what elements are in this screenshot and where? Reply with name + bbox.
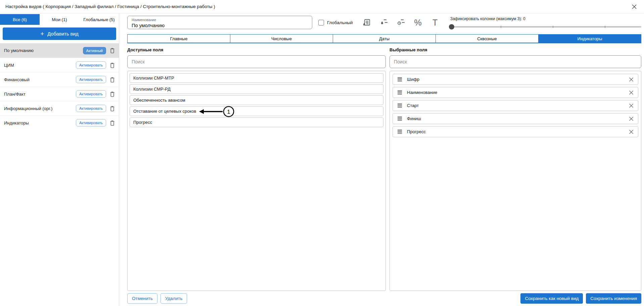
available-field-item[interactable]: Коллизии СМР-МТР: [130, 73, 383, 83]
format-iconbar: %T: [362, 18, 440, 27]
save-as-new-view-button[interactable]: Сохранить как новый вид: [520, 293, 583, 304]
trash-icon[interactable]: [109, 76, 115, 83]
selected-field-item[interactable]: Шифр: [393, 74, 638, 85]
view-name: По умолчанию: [4, 48, 83, 53]
selected-field-label: Прогресс: [407, 129, 629, 134]
cancel-button[interactable]: Отменить: [127, 293, 157, 304]
add-view-button[interactable]: + Добавить вид: [3, 28, 116, 40]
title-bar: Настройка видов ( Корпорация / Западный …: [0, 0, 644, 13]
slider-track[interactable]: [449, 26, 641, 28]
selected-search-input[interactable]: [389, 55, 641, 68]
freeze-columns-block: Зафиксировать колонки (максимум 3): 0: [449, 16, 641, 30]
activate-button[interactable]: Активировать: [76, 105, 106, 112]
percent-icon: %: [414, 18, 422, 27]
view-editor: Наименование Глобальный %T Зафиксировать…: [119, 13, 644, 306]
remove-field-icon[interactable]: [629, 90, 634, 95]
editor-toolbar: Наименование Глобальный %T Зафиксировать…: [127, 15, 641, 30]
tab-numeric[interactable]: Числовые: [230, 35, 333, 43]
active-status-badge: Активный: [83, 47, 106, 54]
available-fields-list: Коллизии СМР-МТРКоллизии СМР-РДОбеспечен…: [127, 71, 386, 291]
trash-icon[interactable]: [109, 91, 115, 97]
views-sidebar: Все (6)Мои (1)Глобальные (5) + Добавить …: [0, 13, 119, 306]
sidebar-tab-all[interactable]: Все (6): [0, 14, 40, 25]
view-name: ЦИМ: [4, 63, 76, 68]
activate-button[interactable]: Активировать: [76, 119, 106, 126]
view-row[interactable]: По умолчаниюАктивный: [0, 43, 119, 58]
selected-field-item[interactable]: Наименование: [393, 87, 638, 98]
selected-field-label: Наименование: [407, 90, 629, 95]
name-field-label: Наименование: [132, 18, 156, 22]
view-row[interactable]: ФинансовыйАктивировать: [0, 72, 119, 87]
view-row[interactable]: План/ФактАктивировать: [0, 87, 119, 101]
editor-footer: Отменить Удалить Сохранить как новый вид…: [127, 291, 641, 304]
available-field-item[interactable]: Прогресс: [130, 117, 383, 127]
trash-icon[interactable]: [109, 120, 115, 126]
drag-handle-icon[interactable]: [397, 103, 403, 108]
field-category-tabs: ГлавныеЧисловыеДатыСквозныеИндикаторы: [127, 34, 641, 43]
fill-rule-remove-icon[interactable]: [379, 18, 389, 27]
checkbox-box-icon[interactable]: [318, 20, 324, 26]
freeze-columns-slider[interactable]: [449, 24, 641, 30]
remove-field-icon[interactable]: [629, 103, 634, 108]
activate-button[interactable]: Активировать: [76, 61, 106, 69]
view-name: Финансовый: [4, 77, 76, 82]
drag-handle-icon[interactable]: [397, 90, 403, 95]
view-row[interactable]: Информационный (орг.)Активировать: [0, 101, 119, 115]
global-checkbox[interactable]: Глобальный: [318, 20, 353, 26]
save-changes-button[interactable]: Сохранить изменения: [586, 293, 641, 304]
drag-handle-icon[interactable]: [397, 116, 403, 121]
slider-tick: [605, 26, 605, 28]
close-icon[interactable]: [630, 2, 639, 11]
drag-handle-icon[interactable]: [397, 129, 403, 134]
name-field[interactable]: Наименование: [127, 16, 312, 29]
window-body: Все (6)Мои (1)Глобальные (5) + Добавить …: [0, 13, 644, 306]
remove-field-icon[interactable]: [629, 116, 634, 121]
time-rule-remove-icon[interactable]: [396, 18, 406, 27]
available-field-item[interactable]: Коллизии СМР-РД: [130, 84, 383, 94]
selected-fields-title: Выбранные поля: [389, 47, 641, 53]
slider-handle[interactable]: [449, 24, 454, 30]
available-fields-panel: Доступные поля Коллизии СМР-МТРКоллизии …: [127, 47, 386, 291]
tab-through[interactable]: Сквозные: [435, 35, 538, 43]
freeze-columns-label: Зафиксировать колонки (максимум 3): 0: [449, 16, 641, 21]
activate-button[interactable]: Активировать: [76, 90, 106, 98]
slider-tick: [501, 26, 501, 28]
tab-main[interactable]: Главные: [128, 35, 230, 43]
delete-button[interactable]: Удалить: [160, 293, 187, 304]
selected-fields-panel: Выбранные поля ШифрНаименованиеСтартФини…: [389, 47, 641, 291]
view-row[interactable]: ИндикаторыАктивировать: [0, 115, 119, 130]
sidebar-tabs: Все (6)Мои (1)Глобальные (5): [0, 14, 119, 25]
selected-field-label: Финиш: [407, 116, 629, 121]
remove-field-icon[interactable]: [629, 129, 634, 135]
trash-icon[interactable]: [109, 47, 115, 54]
text-format-icon[interactable]: T: [430, 18, 440, 27]
slider-tick: [553, 26, 553, 28]
tab-indicators[interactable]: Индикаторы: [538, 35, 641, 43]
trash-icon[interactable]: [109, 62, 115, 68]
view-name: Информационный (орг.): [4, 106, 76, 111]
view-row[interactable]: ЦИМАктивировать: [0, 58, 119, 72]
sidebar-tab-my[interactable]: Мои (1): [40, 14, 79, 25]
drag-handle-icon[interactable]: [397, 77, 403, 82]
selected-field-item[interactable]: Финиш: [393, 113, 638, 124]
available-field-item[interactable]: Отставание от целевых сроков: [130, 106, 383, 116]
tab-dates[interactable]: Даты: [333, 35, 435, 43]
format-fill-list-icon[interactable]: [362, 18, 372, 27]
view-name: План/Факт: [4, 92, 76, 97]
selected-field-item[interactable]: Прогресс: [393, 126, 638, 137]
available-search-input[interactable]: [127, 55, 386, 68]
selected-field-label: Старт: [407, 103, 629, 108]
percent-icon[interactable]: %: [413, 18, 423, 27]
trash-icon[interactable]: [109, 105, 115, 112]
view-list: По умолчаниюАктивныйЦИМАктивироватьФинан…: [0, 43, 119, 130]
field-columns: Доступные поля Коллизии СМР-МТРКоллизии …: [127, 47, 641, 291]
remove-field-icon[interactable]: [629, 77, 634, 82]
view-name: Индикаторы: [4, 120, 76, 125]
selected-field-item[interactable]: Старт: [393, 100, 638, 111]
available-field-item[interactable]: Обеспеченность авансом: [130, 95, 383, 105]
text-format-icon: T: [432, 18, 438, 27]
activate-button[interactable]: Активировать: [76, 76, 106, 83]
available-fields-title: Доступные поля: [127, 47, 386, 53]
sidebar-tab-global[interactable]: Глобальные (5): [79, 14, 119, 25]
name-input[interactable]: [128, 23, 312, 28]
